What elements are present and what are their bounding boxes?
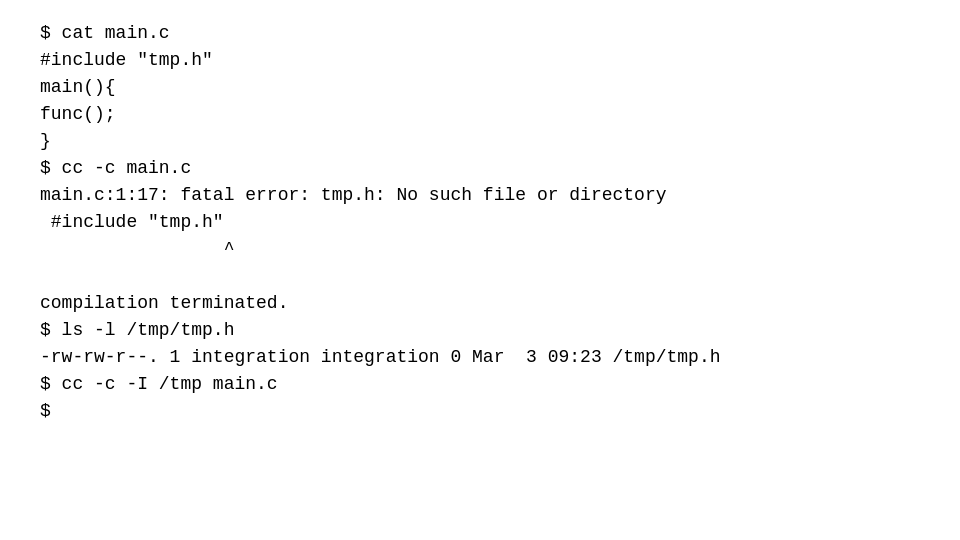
terminal-output: $ cat main.c #include "tmp.h" main(){ fu…: [0, 0, 960, 540]
